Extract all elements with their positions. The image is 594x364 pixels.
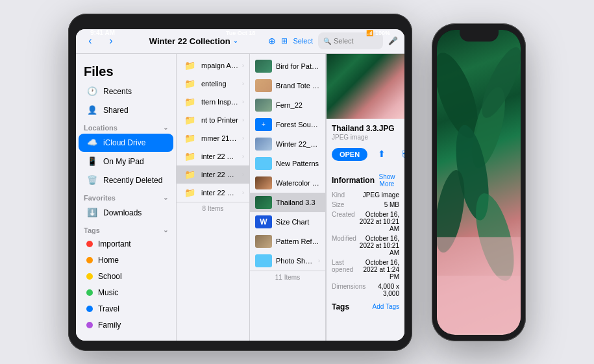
- sidebar-item-label: On My iPad: [103, 157, 144, 166]
- list-item[interactable]: Fern_22: [250, 95, 325, 115]
- sidebar-item-tag-travel[interactable]: Travel: [79, 301, 173, 317]
- detail-row-size: Size 5 MB: [332, 201, 399, 208]
- list-item[interactable]: 📁 nt to Printer ›: [177, 111, 249, 129]
- list-item[interactable]: Brand Tote Bag: [250, 76, 325, 95]
- detail-filename: Thailand 3.3.JPG: [332, 124, 399, 133]
- list-item[interactable]: 📁 inter 22 Collection ›: [177, 165, 249, 184]
- detail-label: Created: [332, 211, 355, 232]
- file-name: Winter 22_v1.3: [276, 140, 320, 148]
- sidebar-item-tag-school[interactable]: School: [79, 269, 173, 284]
- folder-icon: 📁: [182, 132, 197, 144]
- sidebar-item-label: iCloud Drive: [103, 138, 145, 147]
- detail-filetype: JPEG image: [332, 134, 399, 141]
- sidebar-item-label: Home: [98, 256, 119, 265]
- sidebar-item-tag-important[interactable]: Important: [79, 236, 173, 252]
- file-name: Brand Tote Bag: [276, 82, 320, 90]
- chevron-icon: ⌄: [163, 124, 168, 131]
- sidebar-item-on-my-ipad[interactable]: 📱 On My iPad: [79, 152, 173, 171]
- sidebar-item-shared[interactable]: 👤 Shared: [79, 101, 173, 119]
- file-thumbnail: [255, 157, 272, 170]
- favorites-section-title: Favorites ⌄: [76, 190, 176, 203]
- file-name: mmer 21 Collection: [201, 134, 238, 142]
- app-title: Files: [76, 59, 176, 82]
- show-more-button[interactable]: Show More: [375, 173, 399, 188]
- status-date: Tue Oct 18: [226, 30, 255, 36]
- trash-icon: 🗑️: [86, 175, 98, 186]
- list-item[interactable]: Pattern Reference: [250, 232, 325, 251]
- sidebar-item-label: Recently Deleted: [103, 176, 162, 185]
- detail-label: Size: [332, 201, 344, 208]
- file-thumbnail: [255, 196, 272, 209]
- sidebar-item-tag-music[interactable]: Music: [79, 285, 173, 300]
- sidebar-item-label: Downloads: [103, 208, 142, 217]
- list-item[interactable]: W Size Chart: [250, 212, 325, 232]
- sidebar-item-recently-deleted[interactable]: 🗑️ Recently Deleted: [79, 171, 173, 189]
- sidebar-item-recents[interactable]: 🕐 Recents: [79, 82, 173, 101]
- detail-row-modified: Modified October 16, 2022 at 10:21 AM: [332, 235, 399, 256]
- list-item[interactable]: New Patterns: [250, 154, 325, 173]
- sidebar-item-label: Music: [98, 288, 118, 297]
- list-item[interactable]: 📁 mpaign Archive ›: [177, 56, 249, 75]
- open-button[interactable]: OPEN: [332, 148, 367, 161]
- file-name: inter 22 Assets: [201, 152, 238, 160]
- detail-actions: ⬆ ⎘ ⬇ ⊙: [374, 146, 404, 162]
- detail-pane: Thailand 3.3.JPG JPEG image OPEN ⬆ ⎘ ⬇ ⊙: [326, 54, 404, 341]
- file-thumbnail: [255, 60, 272, 73]
- file-thumbnail: W: [255, 215, 272, 228]
- sidebar: Files 🕐 Recents 👤 Shared Locations ⌄: [76, 54, 177, 341]
- chevron-right-icon: ›: [242, 135, 244, 141]
- list-item[interactable]: 📁 inter 22 Assets ›: [177, 147, 249, 165]
- list-item[interactable]: Thailand 3.3: [250, 193, 325, 212]
- tag-dot-school: [86, 273, 93, 280]
- folder-icon: 📁: [182, 169, 197, 180]
- detail-value: October 16, 2022 at 10:21 AM: [355, 211, 399, 232]
- sidebar-item-label: Shared: [103, 106, 129, 115]
- chevron-right-icon: ›: [242, 80, 244, 87]
- file-name: mpaign Archive: [201, 62, 238, 69]
- info-section-title: Information: [332, 176, 375, 185]
- file-columns: 📁 mpaign Archive › 📁 enteling › 📁 ttern …: [177, 54, 404, 341]
- status-icons: 📶 100%: [366, 30, 390, 36]
- chevron-right-icon: ›: [242, 117, 244, 123]
- file-thumbnail: [255, 99, 272, 112]
- file-name: Watercolor Bird: [276, 179, 320, 187]
- list-item[interactable]: Photo Shoot Locations ›: [250, 251, 325, 271]
- files-app: ‹ › Winter 22 Collection ⌄ ⊕ ⊞ Select 🔍 …: [76, 29, 404, 341]
- list-item[interactable]: + Forest Sounds: [250, 115, 325, 134]
- chevron-right-icon: ›: [242, 62, 244, 69]
- detail-label: Kind: [332, 191, 345, 199]
- chevron-right-icon: ›: [242, 99, 244, 105]
- tags-header: Tags Add Tags: [332, 302, 399, 311]
- folder-icon: 📁: [182, 60, 197, 71]
- file-name: New Patterns: [276, 160, 320, 167]
- list-item[interactable]: 📁 enteling ›: [177, 75, 249, 93]
- iphone-notch: [460, 30, 499, 42]
- sidebar-item-tag-family[interactable]: Family: [79, 317, 173, 333]
- detail-row-dimensions: Dimensions 4,000 x 3,000: [332, 283, 399, 297]
- list-item[interactable]: 📁 inter 22 Website ›: [177, 184, 249, 202]
- file-thumbnail: [255, 138, 272, 151]
- file-name: enteling: [201, 80, 238, 88]
- list-item[interactable]: 📁 ttern Inspiration ›: [177, 93, 249, 111]
- detail-value: JPEG image: [363, 191, 399, 199]
- downloads-icon: ⬇️: [86, 207, 98, 219]
- detail-value: October 16, 2022 at 10:21 AM: [356, 235, 399, 256]
- sidebar-item-icloud-drive[interactable]: ☁️ iCloud Drive: [79, 134, 173, 152]
- file-name: Thailand 3.3: [276, 199, 320, 206]
- add-tags-button[interactable]: Add Tags: [372, 302, 399, 311]
- tags-section: Tags Add Tags: [332, 302, 399, 311]
- tag-dot-important: [86, 241, 93, 247]
- list-item[interactable]: Winter 22_v1.3: [250, 134, 325, 154]
- folder-icon: 📁: [182, 96, 197, 108]
- sidebar-item-tag-home[interactable]: Home: [79, 252, 173, 268]
- file-name: inter 22 Collection: [201, 171, 238, 178]
- list-item[interactable]: 📁 mmer 21 Collection ›: [177, 129, 249, 147]
- sidebar-item-downloads[interactable]: ⬇️ Downloads: [79, 204, 173, 222]
- duplicate-button[interactable]: ⎘: [397, 146, 404, 162]
- folder-icon: 📁: [182, 187, 197, 199]
- iphone-screen: [437, 30, 521, 335]
- share-button[interactable]: ⬆: [374, 146, 390, 162]
- list-item[interactable]: Watercolor Bird: [250, 173, 325, 193]
- folder-icon: 📁: [182, 151, 197, 162]
- list-item[interactable]: Bird for Pattern: [250, 56, 325, 76]
